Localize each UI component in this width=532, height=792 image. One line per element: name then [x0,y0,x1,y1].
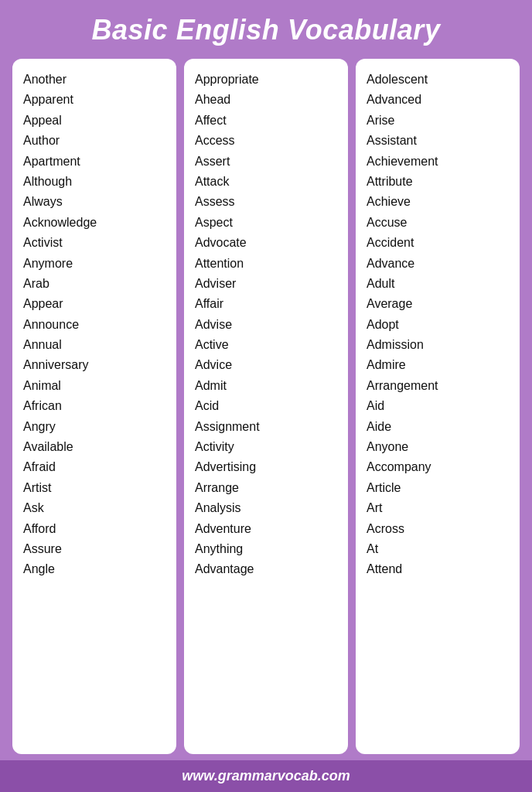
word-item: At [367,539,509,559]
word-item: African [23,396,165,416]
word-item: Average [367,294,509,314]
vocabulary-content: AnotherApparentAppealAuthorApartmentAlth… [0,59,532,760]
word-item: Arab [23,274,165,294]
word-item: Appeal [23,111,165,131]
word-item: Appropriate [195,70,337,90]
word-item: Activist [23,233,165,253]
word-item: Assess [195,192,337,212]
word-item: Aspect [195,213,337,233]
word-item: Advise [195,315,337,335]
word-item: Advertising [195,457,337,477]
word-item: Animal [23,376,165,396]
word-item: Afford [23,519,165,539]
word-item: Assignment [195,417,337,437]
word-item: Anniversary [23,355,165,375]
word-item: Accompany [367,457,509,477]
word-item: Another [23,70,165,90]
word-item: Anything [195,539,337,559]
word-item: Adult [367,274,509,294]
word-item: Angry [23,417,165,437]
word-item: Admit [195,376,337,396]
word-item: Author [23,131,165,151]
word-item: Aid [367,396,509,416]
word-item: Activity [195,437,337,457]
word-item: Advance [367,254,509,274]
word-item: Assert [195,152,337,172]
word-item: Assure [23,539,165,559]
word-item: Adventure [195,519,337,539]
word-item: Accuse [367,213,509,233]
vocabulary-column-2: AppropriateAheadAffectAccessAssertAttack… [184,59,348,754]
word-item: Article [367,478,509,498]
word-item: Affair [195,294,337,314]
page-footer: www.grammarvocab.com [0,760,532,792]
word-item: Always [23,192,165,212]
word-item: Although [23,172,165,192]
word-item: Attack [195,172,337,192]
word-item: Admire [367,355,509,375]
word-item: Afraid [23,457,165,477]
word-item: Aide [367,417,509,437]
word-item: Achievement [367,152,509,172]
word-item: Acid [195,396,337,416]
word-item: Advanced [367,90,509,110]
word-item: Active [195,335,337,355]
vocabulary-column-3: AdolescentAdvancedAriseAssistantAchievem… [356,59,520,754]
word-item: Affect [195,111,337,131]
word-item: Adolescent [367,70,509,90]
footer-url: www.grammarvocab.com [182,768,350,783]
word-item: Adopt [367,315,509,335]
word-item: Advice [195,355,337,375]
word-item: Advantage [195,559,337,579]
word-item: Apartment [23,152,165,172]
word-item: Adviser [195,274,337,294]
word-item: Ahead [195,90,337,110]
word-item: Arrangement [367,376,509,396]
word-item: Across [367,519,509,539]
word-item: Accident [367,233,509,253]
word-item: Available [23,437,165,457]
word-item: Art [367,498,509,518]
word-item: Arise [367,111,509,131]
word-item: Admission [367,335,509,355]
word-item: Appear [23,294,165,314]
word-item: Announce [23,315,165,335]
word-item: Attend [367,559,509,579]
word-item: Attribute [367,172,509,192]
word-item: Annual [23,335,165,355]
word-item: Assistant [367,131,509,151]
word-item: Advocate [195,233,337,253]
word-item: Analysis [195,498,337,518]
word-item: Anymore [23,254,165,274]
word-item: Access [195,131,337,151]
word-item: Ask [23,498,165,518]
word-item: Artist [23,478,165,498]
word-item: Achieve [367,192,509,212]
vocabulary-column-1: AnotherApparentAppealAuthorApartmentAlth… [12,59,176,754]
page-header: Basic English Vocabulary [0,0,532,59]
word-item: Arrange [195,478,337,498]
word-item: Acknowledge [23,213,165,233]
page-title: Basic English Vocabulary [15,14,517,46]
word-item: Apparent [23,90,165,110]
word-item: Attention [195,254,337,274]
word-item: Angle [23,559,165,579]
word-item: Anyone [367,437,509,457]
